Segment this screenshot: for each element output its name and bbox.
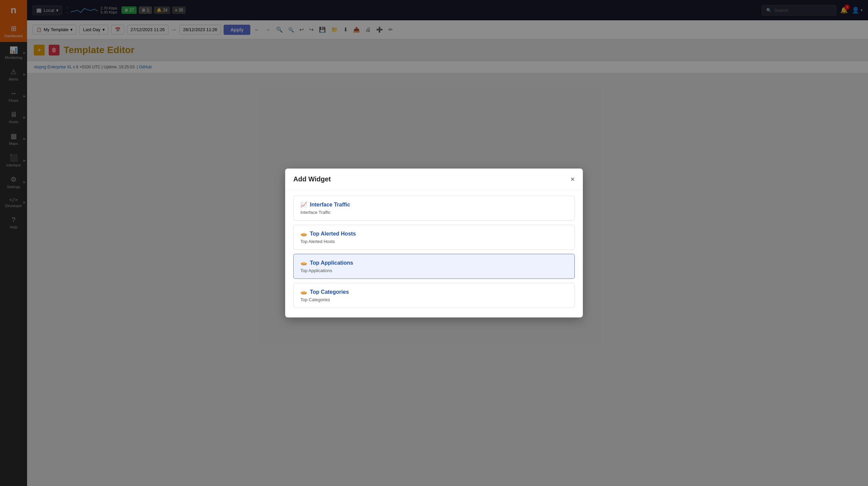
pie-chart-icon: 🥧: [300, 289, 307, 295]
modal-overlay[interactable]: Add Widget × 📈 Interface Traffic Interfa…: [0, 0, 868, 486]
add-widget-modal: Add Widget × 📈 Interface Traffic Interfa…: [285, 169, 583, 317]
widget-card-top-alerted-hosts[interactable]: 🥧 Top Alerted Hosts Top Alerted Hosts: [293, 225, 575, 250]
widget-card-title: 🥧 Top Alerted Hosts: [300, 230, 568, 237]
widget-card-desc: Top Categories: [300, 297, 568, 302]
widget-card-desc: Top Alerted Hosts: [300, 239, 568, 244]
widget-card-title: 📈 Interface Traffic: [300, 201, 568, 208]
modal-body: 📈 Interface Traffic Interface Traffic 🥧 …: [285, 190, 583, 317]
modal-close-button[interactable]: ×: [570, 176, 575, 183]
pie-chart-icon: 🥧: [300, 260, 307, 266]
widget-card-interface-traffic[interactable]: 📈 Interface Traffic Interface Traffic: [293, 196, 575, 221]
widget-card-title: 🥧 Top Categories: [300, 289, 568, 295]
modal-header: Add Widget ×: [285, 169, 583, 190]
modal-title: Add Widget: [293, 175, 331, 183]
widget-card-desc: Top Applications: [300, 268, 568, 273]
widget-card-desc: Interface Traffic: [300, 210, 568, 215]
pie-chart-icon: 🥧: [300, 230, 307, 237]
widget-card-top-categories[interactable]: 🥧 Top Categories Top Categories: [293, 283, 575, 308]
widget-card-top-applications[interactable]: 🥧 Top Applications Top Applications: [293, 254, 575, 279]
widget-card-title: 🥧 Top Applications: [300, 260, 568, 266]
line-chart-icon: 📈: [300, 201, 307, 208]
